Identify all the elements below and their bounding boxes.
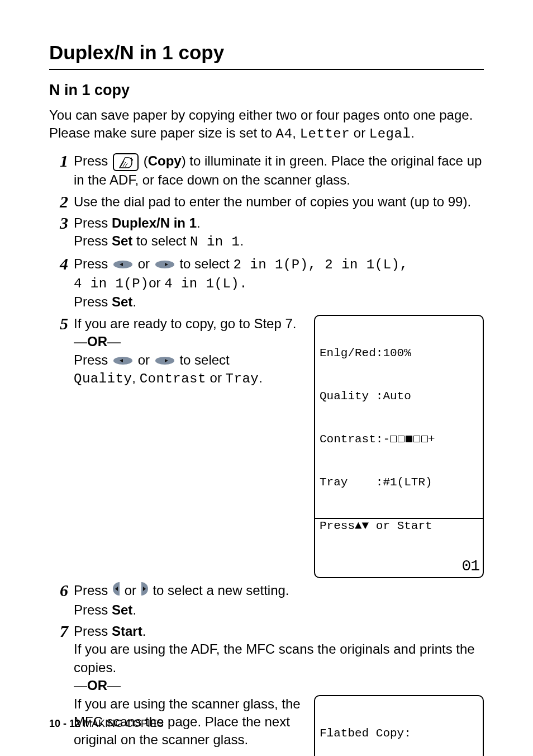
nav-left-icon: [113, 260, 133, 269]
step-number: 2: [49, 193, 74, 211]
nav-right-icon: [155, 260, 175, 269]
step-number: 7: [49, 622, 74, 640]
svg-point-0: [131, 158, 132, 159]
half-left-icon: [112, 582, 120, 601]
step-item: 6 Press or to select a new setting. Pres…: [49, 582, 484, 619]
step-number: 4: [49, 255, 74, 273]
nav-right-icon: [155, 356, 175, 365]
step-text: Use the dial pad to enter the number of …: [74, 194, 471, 209]
nav-left-icon: [113, 356, 133, 365]
page-footer: 10 - 12 MAKING COPIES: [49, 717, 164, 730]
step-item: 7 Press Start. If you are using the ADF,…: [49, 622, 484, 756]
lcd-page-num: 01: [461, 557, 479, 576]
lcd-display: Enlg/Red:100% Quality :Auto Contrast:-+ …: [314, 315, 484, 578]
step-item: 2 Use the dial pad to enter the number o…: [49, 193, 484, 211]
step-text: Press: [74, 153, 112, 168]
step-item: 1 Press (Copy) to illuminate it in green…: [49, 152, 484, 189]
lcd-display: Flatbed Copy: Next Page? ▲ 1.Yes ▼ 2.No …: [314, 695, 484, 756]
copy-icon: [113, 153, 139, 171]
step-number: 1: [49, 152, 74, 170]
step-text: Press: [74, 215, 112, 230]
half-right-icon: [141, 582, 149, 601]
contrast-bar-icon: [390, 436, 428, 442]
step-number: 5: [49, 315, 74, 333]
steps-list: 1 Press (Copy) to illuminate it in green…: [49, 152, 484, 756]
step-number: 6: [49, 582, 74, 599]
section-title: N in 1 copy: [49, 80, 484, 100]
page-title: Duplex/N in 1 copy: [49, 39, 484, 70]
intro-text: You can save paper by copying either two…: [49, 106, 484, 144]
step-item: 3 Press Duplex/N in 1. Press Set to sele…: [49, 214, 484, 252]
step-item: 4 Press or to select 2 in 1(P), 2 in 1(L…: [49, 255, 484, 311]
step-item: 5 If you are ready to copy, go to Step 7…: [49, 315, 484, 578]
step-number: 3: [49, 214, 74, 232]
svg-point-1: [132, 159, 133, 160]
